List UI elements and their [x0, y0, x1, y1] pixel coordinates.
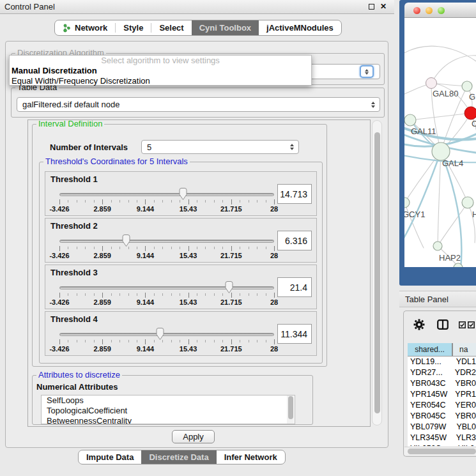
tab-jactivemnodules[interactable]: jActiveMNodules	[259, 20, 341, 35]
cell-name[interactable]: YDL1	[452, 357, 476, 367]
tab-style[interactable]: Style	[116, 20, 151, 35]
threshold-value-field[interactable]: 14.713	[277, 184, 312, 204]
tick-mark	[231, 246, 232, 251]
network-node[interactable]	[404, 197, 410, 208]
float-window-icon[interactable]	[369, 4, 374, 10]
table-horizontal-scrollbar[interactable]	[404, 447, 476, 455]
gear-icon[interactable]	[413, 319, 425, 330]
tab-select[interactable]: Select	[151, 20, 191, 35]
network-node[interactable]	[433, 242, 442, 250]
cell-name[interactable]: YBR0	[451, 378, 476, 389]
list-item[interactable]: TopologicalCoefficient	[42, 406, 295, 416]
combo-spinner-icon[interactable]	[290, 144, 294, 150]
network-node[interactable]	[462, 197, 473, 208]
cell-name[interactable]: YIL0	[454, 443, 476, 446]
cell-shared-name[interactable]: YER054C	[408, 400, 451, 411]
cell-name[interactable]: YBL0	[452, 422, 476, 433]
slider-track[interactable]	[59, 240, 274, 243]
network-node[interactable]	[426, 78, 437, 89]
tab-cyni-toolbox[interactable]: Cyni Toolbox	[192, 20, 259, 35]
cell-name[interactable]: YPR1	[451, 389, 476, 400]
list-item[interactable]: BetweennessCentrality	[42, 416, 295, 424]
table-row[interactable]: YDL19...YDL1	[408, 357, 476, 367]
cell-name[interactable]: YBR0	[451, 411, 476, 422]
bottom-tabs: Impute DataDiscretize DataInfer Network	[78, 450, 286, 464]
cell-name[interactable]: YER0	[451, 400, 476, 411]
threshold-slider[interactable]: -3.4262.8599.14415.4321.71528	[59, 219, 274, 262]
settings-scrollbar[interactable]	[372, 120, 382, 426]
threshold-value-field[interactable]: 21.4	[277, 277, 312, 297]
tab-discretize-data[interactable]: Discretize Data	[141, 450, 216, 464]
close-window-icon[interactable]: ✕	[380, 2, 387, 11]
cell-shared-name[interactable]: YLR345W	[408, 433, 452, 443]
slider-ticks	[59, 293, 274, 298]
scrollbar-thumb[interactable]	[374, 132, 380, 413]
network-node[interactable]	[462, 81, 472, 91]
table-data-combobox[interactable]: galFiltered.sif default node	[17, 97, 380, 112]
threshold-slider[interactable]: -3.4262.8599.14415.4321.71528	[59, 312, 274, 355]
cell-name[interactable]: YLR3	[452, 433, 476, 443]
cell-shared-name[interactable]: YBL079W	[408, 422, 452, 433]
tick-label: 2.859	[93, 345, 111, 353]
threshold-slider[interactable]: -3.4262.8599.14415.4321.71528	[59, 172, 274, 215]
cell-shared-name[interactable]: YPR145W	[408, 389, 451, 400]
group-title-attributes: Attributes to discretize	[36, 371, 122, 380]
slider-handle[interactable]	[224, 280, 234, 294]
combo-spinner-icon[interactable]	[360, 65, 374, 78]
tick-mark	[214, 247, 215, 249]
network-canvas[interactable]: GAL80 G GAL11 C GAL4 GCY1 H HAP2	[404, 18, 476, 267]
num-intervals-combobox[interactable]: 5	[141, 140, 299, 154]
table-row[interactable]: YIL052CYIL0	[408, 443, 476, 446]
zoom-traffic-light-icon[interactable]	[438, 7, 445, 14]
cell-shared-name[interactable]: YBR045C	[408, 411, 451, 422]
tab-impute-data[interactable]: Impute Data	[79, 450, 141, 464]
network-node[interactable]	[432, 142, 450, 160]
slider-handle[interactable]	[178, 187, 188, 201]
table-row[interactable]: YER054CYER0	[408, 400, 476, 411]
tick-mark	[77, 340, 77, 342]
dropdown-option-manual[interactable]: Manual Discretization	[10, 66, 311, 76]
combo-spinner-icon[interactable]	[371, 102, 375, 108]
tab-infer-network[interactable]: Infer Network	[217, 450, 285, 464]
cell-name[interactable]: YDR2	[451, 367, 476, 378]
apply-button[interactable]: Apply	[172, 430, 215, 443]
cell-shared-name[interactable]: YDR27...	[408, 367, 451, 378]
network-window-titlebar[interactable]	[404, 3, 476, 18]
threshold-slider[interactable]: -3.4262.8599.14415.4321.71528	[59, 265, 274, 309]
cell-shared-name[interactable]: YBR043C	[408, 378, 451, 389]
slider-track[interactable]	[59, 286, 274, 289]
dropdown-option-equal-width[interactable]: Equal Width/Frequency Discretization	[10, 76, 311, 86]
table-panel-toolbar	[404, 316, 476, 337]
scrollbar-thumb[interactable]	[288, 396, 293, 419]
threshold-value-field[interactable]: 11.344	[277, 324, 312, 344]
tick-label: 9.144	[137, 345, 155, 353]
tab-network[interactable]: Network	[55, 20, 115, 35]
tick-mark	[154, 293, 155, 296]
slider-handle[interactable]	[121, 234, 131, 247]
scrollbar-thumb[interactable]	[408, 449, 476, 454]
checkbox-icon[interactable]	[468, 321, 475, 328]
checkbox-icon[interactable]	[459, 321, 466, 328]
column-header-shared-name[interactable]: shared...	[408, 343, 453, 356]
attributes-list-scrollbar[interactable]	[287, 395, 294, 424]
slider-handle[interactable]	[155, 327, 165, 341]
table-row[interactable]: YBL079WYBL0	[408, 422, 476, 433]
cell-shared-name[interactable]: YIL052C	[408, 443, 454, 446]
network-node-selected[interactable]	[464, 107, 476, 119]
network-node[interactable]	[404, 114, 416, 126]
table-row[interactable]: YLR345WYLR3	[408, 433, 476, 443]
table-row[interactable]: YDR27...YDR2	[408, 367, 476, 378]
cell-shared-name[interactable]: YDL19...	[408, 357, 452, 367]
list-item[interactable]: SelfLoops	[42, 395, 295, 406]
split-columns-icon[interactable]	[437, 319, 449, 330]
minimize-traffic-light-icon[interactable]	[426, 7, 433, 14]
column-header-name[interactable]: na	[453, 343, 476, 356]
node-label: GAL11	[411, 127, 436, 136]
slider-track[interactable]	[59, 333, 274, 336]
threshold-value-field[interactable]: 6.316	[277, 231, 312, 250]
close-traffic-light-icon[interactable]	[413, 7, 420, 14]
table-row[interactable]: YPR145WYPR1	[408, 389, 476, 400]
table-row[interactable]: YBR043CYBR0	[408, 378, 476, 389]
slider-track[interactable]	[59, 193, 274, 196]
table-row[interactable]: YBR045CYBR0	[408, 411, 476, 422]
